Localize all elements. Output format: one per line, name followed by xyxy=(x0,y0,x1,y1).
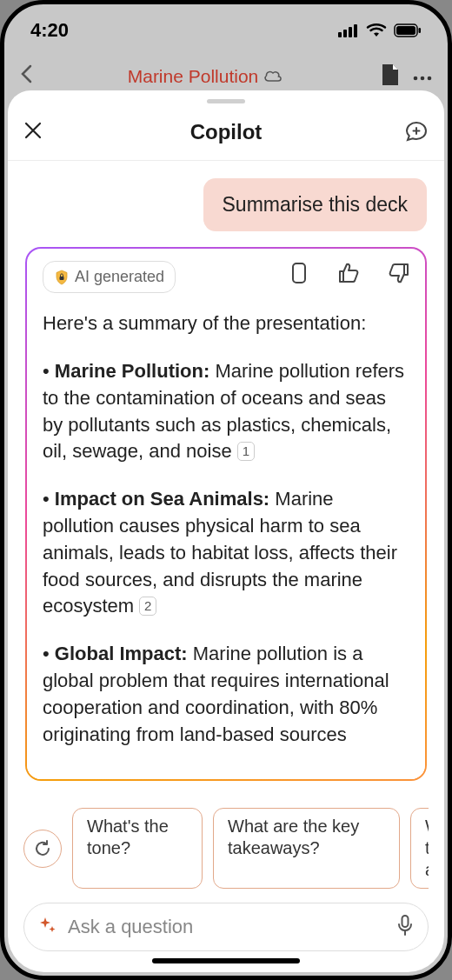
sparkle-icon xyxy=(38,916,57,938)
new-chat-button[interactable] xyxy=(394,120,429,144)
summary-bullet: • Impact on Sea Animals: Marine pollutio… xyxy=(43,486,409,620)
battery-icon xyxy=(394,23,422,37)
refresh-suggestions-button[interactable] xyxy=(23,830,62,868)
svg-rect-10 xyxy=(60,277,64,280)
thumbs-down-button[interactable] xyxy=(389,262,409,292)
cloud-sync-icon xyxy=(263,66,282,87)
back-chevron-icon xyxy=(20,64,32,89)
suggestions-scroll[interactable]: What's the tone? What are the key takeaw… xyxy=(72,808,429,889)
phone-frame: 4:20 Marine Pollution xyxy=(0,0,452,980)
svg-rect-5 xyxy=(396,26,415,35)
wifi-icon xyxy=(366,23,387,38)
home-indicator[interactable] xyxy=(152,958,300,963)
svg-rect-6 xyxy=(419,28,422,33)
copilot-sheet: Copilot Summarise this deck AI generated xyxy=(8,90,444,972)
suggestions-row: What's the tone? What are the key takeaw… xyxy=(8,797,444,899)
status-bar: 4:20 xyxy=(4,4,448,57)
svg-rect-3 xyxy=(354,24,357,37)
copy-button[interactable] xyxy=(289,262,309,292)
summary-intro: Here's a summary of the presentation: xyxy=(43,310,409,337)
microphone-button[interactable] xyxy=(396,914,414,940)
thumbs-up-button[interactable] xyxy=(338,262,359,292)
messages-area[interactable]: Summarise this deck AI generated xyxy=(8,161,444,797)
svg-rect-2 xyxy=(349,27,352,37)
svg-point-7 xyxy=(414,77,418,81)
citation-link[interactable]: 1 xyxy=(237,442,255,461)
sheet-header: Copilot xyxy=(8,103,444,161)
ai-badge-label: AI generated xyxy=(75,266,164,288)
status-time: 4:20 xyxy=(30,19,69,42)
more-icon xyxy=(413,69,432,84)
status-icons xyxy=(338,23,422,38)
citation-link[interactable]: 2 xyxy=(139,597,156,616)
suggestion-chip[interactable]: What's the tone? xyxy=(72,808,203,889)
chat-input-container[interactable] xyxy=(23,903,429,951)
svg-rect-0 xyxy=(338,32,342,37)
svg-point-8 xyxy=(421,77,425,81)
summary-bullet: • Marine Pollution: Marine pollution ref… xyxy=(43,358,409,465)
ai-generated-badge[interactable]: AI generated xyxy=(43,261,176,293)
shield-icon xyxy=(54,270,70,285)
svg-rect-12 xyxy=(402,916,409,927)
suggestion-chip[interactable]: What are the key takeaways? xyxy=(213,808,400,889)
document-mode-icon xyxy=(378,63,401,90)
document-title: Marine Pollution xyxy=(43,66,368,87)
summary-bullet: • Global Impact: Marine pollution is a g… xyxy=(43,641,409,748)
cellular-icon xyxy=(338,23,359,37)
sheet-title: Copilot xyxy=(58,120,394,144)
chat-input[interactable] xyxy=(68,916,386,938)
suggestion-chip[interactable]: Who's the audience? xyxy=(410,808,429,889)
user-message: Summarise this deck xyxy=(203,178,427,231)
ai-message: AI generated xyxy=(25,247,427,781)
svg-point-9 xyxy=(428,77,432,81)
svg-rect-11 xyxy=(293,263,305,283)
overflow-fade xyxy=(27,744,425,779)
svg-rect-1 xyxy=(343,30,347,37)
close-button[interactable] xyxy=(23,121,58,143)
